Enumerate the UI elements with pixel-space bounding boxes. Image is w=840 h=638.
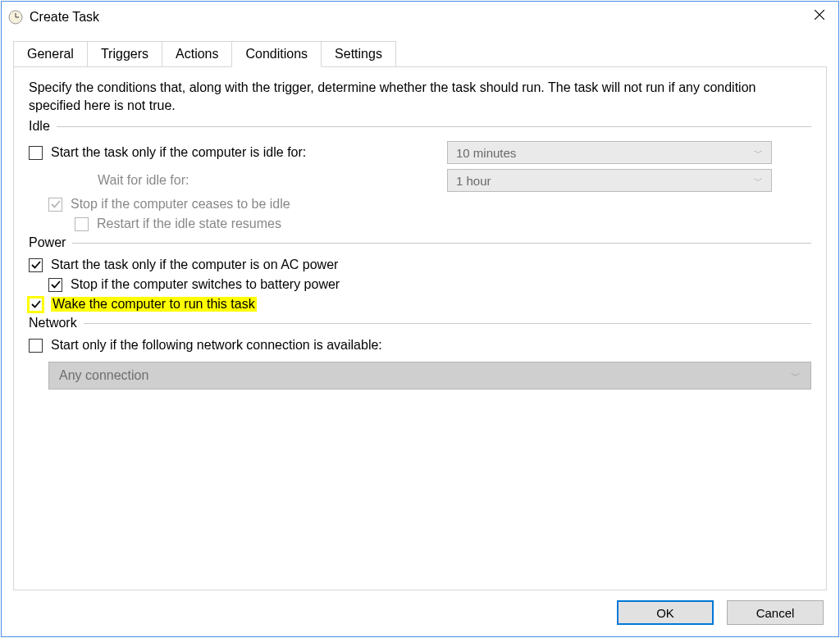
check-icon (51, 199, 61, 209)
label-start-ac: Start the task only if the computer is o… (51, 257, 338, 272)
chevron-down-icon: ﹀ (754, 175, 763, 187)
window-title: Create Task (30, 10, 99, 25)
dropdown-idle-duration[interactable]: 10 minutes ﹀ (447, 141, 772, 164)
dropdown-idle-duration-value: 10 minutes (456, 146, 516, 160)
tab-settings[interactable]: Settings (321, 41, 396, 67)
row-start-ac: Start the task only if the computer is o… (29, 255, 811, 275)
section-title-idle: Idle (29, 119, 50, 134)
divider (84, 323, 811, 324)
section-title-power: Power (29, 235, 66, 250)
section-header-idle: Idle (29, 119, 811, 134)
cancel-button[interactable]: Cancel (727, 600, 824, 625)
create-task-dialog: Create Task General Triggers Actions Con… (1, 1, 839, 637)
row-start-network: Start only if the following network conn… (29, 335, 811, 355)
chevron-down-icon: ﹀ (791, 369, 801, 383)
check-icon (51, 280, 61, 289)
label-start-idle: Start the task only if the computer is i… (51, 145, 306, 160)
ok-button[interactable]: OK (617, 600, 714, 625)
dropdown-wait-duration-value: 1 hour (456, 174, 491, 188)
divider (57, 126, 811, 127)
checkbox-restart-idle[interactable] (75, 217, 89, 231)
dropdown-network[interactable]: Any connection ﹀ (48, 362, 811, 390)
checkbox-start-network[interactable] (29, 339, 43, 353)
row-restart-idle: Restart if the idle state resumes (29, 214, 811, 234)
divider (72, 243, 811, 244)
section-title-network: Network (29, 316, 77, 330)
label-wake: Wake the computer to run this task (51, 297, 257, 312)
close-icon (815, 10, 824, 20)
label-stop-battery: Stop if the computer switches to battery… (71, 277, 340, 292)
conditions-panel: Specify the conditions that, along with … (13, 66, 827, 590)
checkbox-start-idle[interactable] (29, 146, 43, 160)
dialog-content: General Triggers Actions Conditions Sett… (2, 33, 838, 636)
row-stop-cease-idle: Stop if the computer ceases to be idle (29, 194, 811, 214)
row-start-idle: Start the task only if the computer is i… (29, 139, 811, 166)
row-stop-battery: Stop if the computer switches to battery… (29, 275, 811, 294)
dialog-buttons: OK Cancel (13, 590, 827, 625)
close-button[interactable] (801, 2, 838, 28)
label-restart-idle: Restart if the idle state resumes (97, 216, 281, 231)
tab-triggers[interactable]: Triggers (87, 41, 162, 67)
label-wait-idle: Wait for idle for: (98, 173, 189, 188)
tab-conditions[interactable]: Conditions (231, 41, 322, 67)
conditions-intro: Specify the conditions that, along with … (29, 79, 811, 114)
titlebar: Create Task (2, 2, 838, 33)
row-wake: Wake the computer to run this task (29, 294, 811, 314)
network-dropdown-wrap: Any connection ﹀ (29, 355, 811, 390)
clock-icon (8, 10, 23, 25)
checkbox-stop-battery[interactable] (48, 278, 62, 292)
checkbox-wake[interactable] (29, 298, 43, 312)
tab-actions[interactable]: Actions (162, 41, 232, 67)
dropdown-network-value: Any connection (59, 368, 148, 383)
tab-general[interactable]: General (13, 41, 88, 67)
label-stop-cease-idle: Stop if the computer ceases to be idle (71, 197, 290, 212)
tab-strip: General Triggers Actions Conditions Sett… (13, 41, 827, 67)
dropdown-wait-duration[interactable]: 1 hour ﹀ (447, 169, 772, 192)
checkbox-stop-cease-idle[interactable] (48, 198, 62, 212)
row-wait-idle: Wait for idle for: 1 hour ﹀ (29, 166, 811, 194)
section-header-power: Power (29, 235, 811, 250)
checkbox-start-ac[interactable] (29, 258, 43, 272)
check-icon (31, 299, 41, 309)
section-header-network: Network (29, 316, 811, 330)
chevron-down-icon: ﹀ (754, 147, 763, 159)
check-icon (31, 260, 41, 270)
label-start-network: Start only if the following network conn… (51, 338, 382, 353)
